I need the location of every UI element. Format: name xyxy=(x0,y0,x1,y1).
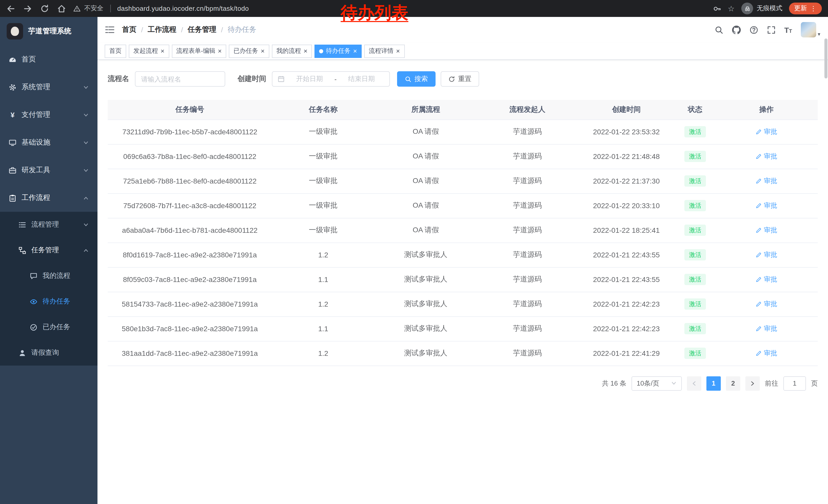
cell-process: 测试多审批人 xyxy=(374,267,477,292)
bookmark-star-icon[interactable]: ☆ xyxy=(728,5,735,12)
approve-link[interactable]: 审批 xyxy=(756,250,777,260)
sidebar-item-todo-tasks[interactable]: 待办任务 xyxy=(0,289,97,314)
menu-dots-icon: ⋮ xyxy=(810,5,817,12)
cell-task-id: 069c6a63-7b8a-11ec-8ef0-acde48001122 xyxy=(108,144,272,169)
sidebar-collapse-icon[interactable] xyxy=(105,26,114,34)
next-page-button[interactable] xyxy=(745,376,760,391)
chevron-down-icon xyxy=(83,140,89,145)
approve-link[interactable]: 审批 xyxy=(756,324,777,333)
col-process: 所属流程 xyxy=(374,100,477,120)
tab-form-editor[interactable]: 流程表单-编辑 × xyxy=(172,44,226,58)
incognito-icon xyxy=(741,3,753,14)
breadcrumb-task-management[interactable]: 任务管理 xyxy=(188,25,216,34)
browser-back-icon[interactable] xyxy=(6,4,15,13)
table-row: 8f0d1619-7ac8-11ec-a9e2-a2380e71991a 1.2… xyxy=(108,242,818,267)
sidebar-item-leave-query[interactable]: 请假查询 xyxy=(0,340,97,366)
close-icon[interactable]: × xyxy=(261,48,264,54)
close-icon[interactable]: × xyxy=(161,48,164,54)
tab-done-tasks[interactable]: 已办任务 × xyxy=(229,44,269,58)
cell-task-id: 75d72608-7b7f-11ec-a3c8-acde48001122 xyxy=(108,193,272,218)
process-name-label: 流程名 xyxy=(108,74,129,84)
user-menu[interactable]: ▾ xyxy=(801,22,820,37)
sidebar-item-payment[interactable]: ¥ 支付管理 xyxy=(0,101,97,129)
browser-forward-icon[interactable] xyxy=(23,4,32,13)
approve-link[interactable]: 审批 xyxy=(756,226,777,235)
search-icon[interactable] xyxy=(714,26,723,34)
filter-bar: 流程名 创建时间 开始日期 - 结束日期 搜索 重 xyxy=(108,71,818,87)
top-navbar: 首页 / 工作流程 / 任务管理 / 待办任务 TT xyxy=(97,17,828,43)
caret-down-icon: ▾ xyxy=(818,31,820,37)
approve-link[interactable]: 审批 xyxy=(756,300,777,309)
browser-home-icon[interactable] xyxy=(57,4,66,13)
status-badge: 激活 xyxy=(685,298,706,310)
close-icon[interactable]: × xyxy=(353,48,357,54)
breadcrumb-home[interactable]: 首页 xyxy=(122,25,136,34)
not-secure-icon xyxy=(73,5,81,12)
date-range-picker[interactable]: 开始日期 - 结束日期 xyxy=(272,71,390,87)
col-task-name: 任务名称 xyxy=(272,100,374,120)
browser-chrome: 不安全 dashboard.yudao.iocoder.cn/bpm/task/… xyxy=(0,0,828,17)
process-name-input[interactable] xyxy=(135,71,225,87)
github-icon[interactable] xyxy=(732,26,741,34)
sidebar-item-system[interactable]: 系统管理 xyxy=(0,73,97,101)
cell-process: 测试多审批人 xyxy=(374,341,477,366)
help-icon[interactable] xyxy=(749,26,758,34)
approve-link[interactable]: 审批 xyxy=(756,201,777,210)
url-text: dashboard.yudao.iocoder.cn/bpm/task/todo xyxy=(117,5,249,12)
close-icon[interactable]: × xyxy=(218,48,222,54)
table-row: 725a1eb6-7b88-11ec-8ef0-acde48001122 一级审… xyxy=(108,169,818,193)
tab-todo-tasks[interactable]: 待办任务 × xyxy=(315,44,362,58)
cell-process: OA 请假 xyxy=(374,169,477,193)
sidebar-item-devtools[interactable]: 研发工具 xyxy=(0,156,97,184)
cell-task-name: 一级审批 xyxy=(272,193,374,218)
font-size-icon[interactable]: TT xyxy=(784,26,792,34)
approve-link[interactable]: 审批 xyxy=(756,275,777,284)
cell-initiator: 芋道源码 xyxy=(477,144,578,169)
password-key-icon[interactable] xyxy=(713,4,721,12)
app-title: 芋道管理系统 xyxy=(28,27,71,36)
approve-link[interactable]: 审批 xyxy=(756,176,777,186)
close-icon[interactable]: × xyxy=(304,48,307,54)
tab-process-detail[interactable]: 流程详情 × xyxy=(364,44,405,58)
cell-created: 2022-01-21 22:42:23 xyxy=(578,292,675,316)
sidebar-item-home[interactable]: 首页 xyxy=(0,46,97,73)
chevron-down-icon xyxy=(83,112,89,118)
sidebar-item-task-management[interactable]: 任务管理 xyxy=(0,237,97,263)
goto-page-input[interactable] xyxy=(783,376,806,391)
browser-reload-icon[interactable] xyxy=(40,4,49,13)
edit-icon xyxy=(756,227,762,233)
breadcrumb-workflow[interactable]: 工作流程 xyxy=(148,25,176,34)
cell-created: 2022-01-22 20:33:10 xyxy=(578,193,675,218)
sidebar-item-my-processes[interactable]: 我的流程 xyxy=(0,263,97,289)
fullscreen-icon[interactable] xyxy=(767,26,776,34)
cell-task-id: 381aa1dd-7ac8-11ec-a9e2-a2380e71991a xyxy=(108,341,272,366)
address-bar[interactable]: 不安全 dashboard.yudao.iocoder.cn/bpm/task/… xyxy=(73,4,249,13)
tab-my-processes[interactable]: 我的流程 × xyxy=(272,44,312,58)
tab-home[interactable]: 首页 xyxy=(105,44,126,58)
sidebar-item-workflow[interactable]: 工作流程 xyxy=(0,184,97,212)
status-badge: 激活 xyxy=(685,200,706,212)
close-icon[interactable]: × xyxy=(396,48,400,54)
approve-link[interactable]: 审批 xyxy=(756,349,777,358)
sidebar-item-done-tasks[interactable]: 已办任务 xyxy=(0,314,97,340)
approve-link[interactable]: 审批 xyxy=(756,127,777,136)
scrollbar-thumb[interactable] xyxy=(824,39,827,79)
chevron-up-icon xyxy=(83,195,89,201)
page-size-select[interactable]: 10条/页 xyxy=(631,376,682,391)
reset-button[interactable]: 重置 xyxy=(441,71,479,87)
browser-update-button[interactable]: 更新 ⋮ xyxy=(789,3,822,14)
profile-chip[interactable]: 无痕模式 xyxy=(741,3,782,14)
table-row: a6aba0a4-7b6d-11ec-b781-acde48001122 一级审… xyxy=(108,218,818,242)
cell-initiator: 芋道源码 xyxy=(477,242,578,267)
approve-link[interactable]: 审批 xyxy=(756,152,777,161)
sidebar-item-infrastructure[interactable]: 基础设施 xyxy=(0,129,97,156)
prev-page-button[interactable] xyxy=(687,376,701,391)
calendar-icon xyxy=(278,75,285,83)
page-button-2[interactable]: 2 xyxy=(726,376,740,391)
cell-task-name: 1.2 xyxy=(272,341,374,366)
table-row: 73211d9d-7b9b-11ec-b5b7-acde48001122 一级审… xyxy=(108,120,818,144)
sidebar-item-process-management[interactable]: 流程管理 xyxy=(0,212,97,237)
tab-start-process[interactable]: 发起流程 × xyxy=(129,44,169,58)
search-button[interactable]: 搜索 xyxy=(397,71,436,87)
page-button-1[interactable]: 1 xyxy=(706,376,721,391)
